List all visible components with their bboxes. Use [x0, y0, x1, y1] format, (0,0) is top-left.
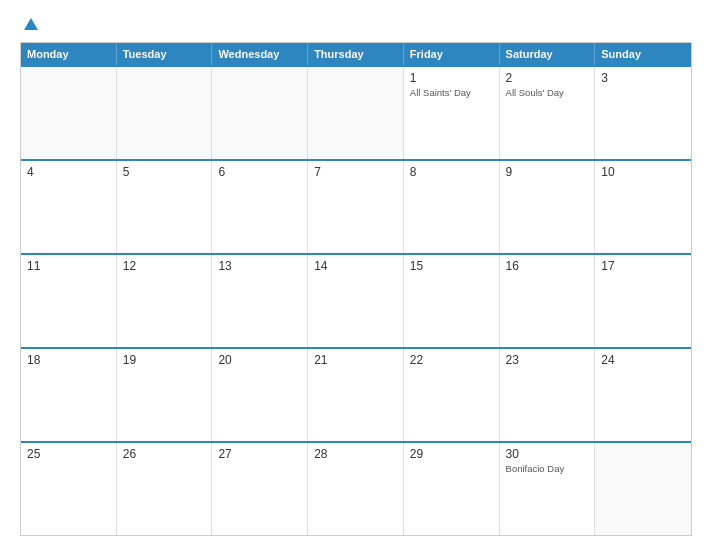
- header-day-saturday: Saturday: [500, 43, 596, 65]
- day-event: All Saints' Day: [410, 87, 493, 99]
- day-number: 13: [218, 259, 301, 273]
- cal-cell: 6: [212, 161, 308, 253]
- day-number: 23: [506, 353, 589, 367]
- cal-cell: 1All Saints' Day: [404, 67, 500, 159]
- cal-cell: [595, 443, 691, 535]
- cal-cell: 27: [212, 443, 308, 535]
- cal-cell: [21, 67, 117, 159]
- cal-cell: 5: [117, 161, 213, 253]
- header: [20, 18, 692, 32]
- cal-cell: 25: [21, 443, 117, 535]
- day-number: 1: [410, 71, 493, 85]
- cal-cell: 17: [595, 255, 691, 347]
- cal-cell: 26: [117, 443, 213, 535]
- week-row-3: 11121314151617: [21, 253, 691, 347]
- cal-cell: 29: [404, 443, 500, 535]
- week-row-5: 252627282930Bonifacio Day: [21, 441, 691, 535]
- header-day-sunday: Sunday: [595, 43, 691, 65]
- header-day-wednesday: Wednesday: [212, 43, 308, 65]
- day-number: 11: [27, 259, 110, 273]
- day-number: 17: [601, 259, 685, 273]
- cal-cell: 13: [212, 255, 308, 347]
- cal-cell: 19: [117, 349, 213, 441]
- header-day-tuesday: Tuesday: [117, 43, 213, 65]
- cal-cell: 4: [21, 161, 117, 253]
- cal-cell: 9: [500, 161, 596, 253]
- logo: [20, 18, 38, 32]
- day-number: 6: [218, 165, 301, 179]
- day-number: 3: [601, 71, 685, 85]
- week-row-1: 1All Saints' Day2All Souls' Day3: [21, 65, 691, 159]
- cal-cell: 7: [308, 161, 404, 253]
- cal-cell: 12: [117, 255, 213, 347]
- header-day-monday: Monday: [21, 43, 117, 65]
- week-row-4: 18192021222324: [21, 347, 691, 441]
- logo-triangle-icon: [24, 18, 38, 30]
- cal-cell: 14: [308, 255, 404, 347]
- day-number: 27: [218, 447, 301, 461]
- day-number: 18: [27, 353, 110, 367]
- day-number: 16: [506, 259, 589, 273]
- cal-cell: 20: [212, 349, 308, 441]
- day-number: 28: [314, 447, 397, 461]
- day-number: 24: [601, 353, 685, 367]
- cal-cell: 10: [595, 161, 691, 253]
- day-number: 20: [218, 353, 301, 367]
- cal-cell: 21: [308, 349, 404, 441]
- cal-cell: 16: [500, 255, 596, 347]
- day-number: 26: [123, 447, 206, 461]
- day-number: 21: [314, 353, 397, 367]
- day-number: 29: [410, 447, 493, 461]
- day-number: 14: [314, 259, 397, 273]
- day-number: 30: [506, 447, 589, 461]
- day-number: 5: [123, 165, 206, 179]
- day-number: 10: [601, 165, 685, 179]
- cal-cell: [308, 67, 404, 159]
- cal-cell: 18: [21, 349, 117, 441]
- day-number: 15: [410, 259, 493, 273]
- cal-cell: 3: [595, 67, 691, 159]
- cal-cell: 2All Souls' Day: [500, 67, 596, 159]
- day-event: All Souls' Day: [506, 87, 589, 99]
- calendar-page: MondayTuesdayWednesdayThursdayFridaySatu…: [0, 0, 712, 550]
- day-number: 4: [27, 165, 110, 179]
- day-event: Bonifacio Day: [506, 463, 589, 475]
- day-number: 2: [506, 71, 589, 85]
- day-number: 8: [410, 165, 493, 179]
- cal-cell: 15: [404, 255, 500, 347]
- day-number: 7: [314, 165, 397, 179]
- day-number: 12: [123, 259, 206, 273]
- cal-cell: 30Bonifacio Day: [500, 443, 596, 535]
- calendar: MondayTuesdayWednesdayThursdayFridaySatu…: [20, 42, 692, 536]
- cal-cell: 28: [308, 443, 404, 535]
- week-row-2: 45678910: [21, 159, 691, 253]
- day-number: 9: [506, 165, 589, 179]
- cal-cell: 8: [404, 161, 500, 253]
- cal-cell: 24: [595, 349, 691, 441]
- calendar-header: MondayTuesdayWednesdayThursdayFridaySatu…: [21, 43, 691, 65]
- header-day-thursday: Thursday: [308, 43, 404, 65]
- cal-cell: [212, 67, 308, 159]
- day-number: 25: [27, 447, 110, 461]
- cal-cell: 11: [21, 255, 117, 347]
- cal-cell: 22: [404, 349, 500, 441]
- day-number: 22: [410, 353, 493, 367]
- cal-cell: [117, 67, 213, 159]
- day-number: 19: [123, 353, 206, 367]
- header-day-friday: Friday: [404, 43, 500, 65]
- calendar-body: 1All Saints' Day2All Souls' Day345678910…: [21, 65, 691, 535]
- cal-cell: 23: [500, 349, 596, 441]
